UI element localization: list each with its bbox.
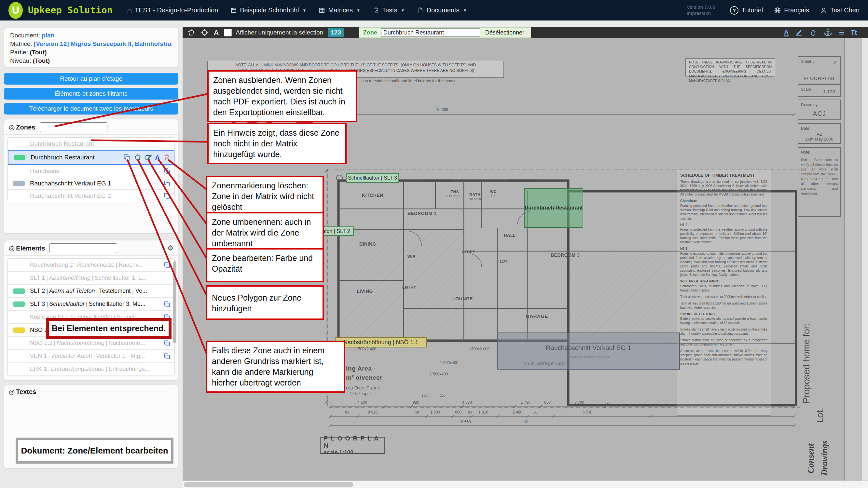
nav-item-beispiele[interactable]: Beispiele Schönbühl▼ [230,6,306,14]
polygon-select-icon[interactable] [187,29,195,37]
transfer-marking-icon[interactable] [163,167,170,175]
user-menu[interactable]: Test Chen [820,6,860,14]
nav-item-matrices[interactable]: Matrices▼ [319,6,360,14]
zone-row[interactable]: Rauchabschnitt Verkauf EG 2 [8,190,175,202]
window-icon [230,7,237,14]
lot-text: Lot. [815,408,825,423]
language-selector[interactable]: Français [774,6,809,14]
crosshair-icon[interactable] [200,29,209,37]
zone-color-swatch[interactable] [13,181,25,186]
schedule-of-timber-treatment: SCHEDULE OF TIMBER TREATMENT These drawi… [677,170,771,416]
element-row[interactable]: SLT 2|Alarm auf Telefon|Testelement | Ve… [8,285,175,298]
element-row[interactable]: NSÖ 1.2|Nachströmöffnung|Nachströmö... [8,337,175,350]
dim-label: 8 920 [368,410,377,415]
plan-toolbar: A Afficher uniquement la sélection 123 Z… [183,27,868,38]
proposed-home-text: Proposed home for: [801,323,812,403]
room-label: BEDROOM 3 [551,253,580,258]
dim-label: 3 700 [575,400,584,405]
element-row[interactable]: ERK 1|Entrauchungsklappe|Entrauchungs... [8,363,175,376]
callout-delete-marking: Zonenmarkierung löschen: Zone in der Mat… [206,176,324,217]
zones-search-input[interactable] [40,122,107,132]
show-selection-checkbox[interactable] [224,29,232,36]
room-label: STORE [462,250,475,254]
elements-visibility-icon[interactable]: ◎ [9,244,14,252]
plan-marker-nso[interactable]: Nachströmöffnung | NSÖ 1.1 [335,337,427,348]
zone-row-hint[interactable]: Durchbruch Restaurant [8,138,175,150]
plan-marker-slt3[interactable]: Schnelllauftor | SLT 3 [346,173,399,183]
consent-text: Consent [806,444,816,474]
transfer-marking-icon[interactable] [163,262,170,269]
zones-visibility-icon[interactable]: ◎ [9,123,14,131]
text-tool-icon[interactable]: A [214,29,219,36]
nav-item-home[interactable]: ⌂ TEST - Design-to-Production [127,6,218,15]
nav-item-tests[interactable]: Tests▼ [373,6,405,14]
textes-visibility-icon[interactable]: ◎ [9,388,14,396]
dim-label: 90 [345,411,348,414]
download-document-button[interactable]: Télécharger le document avec les marqueu… [4,103,178,115]
filter-elements-zones-button[interactable]: Éléments et zones filtrants [4,88,178,100]
elements-scrollbar[interactable] [173,261,177,343]
element-color-swatch[interactable] [13,301,25,307]
zone-color-swatch[interactable] [14,155,25,160]
room-label: LDY [500,259,508,263]
transfer-marking-icon[interactable] [163,340,170,347]
dim-label: 4 100 [358,400,367,405]
nav-item-documents[interactable]: Documents▼ [417,6,467,14]
gear-icon[interactable]: ⚙ [167,244,174,253]
element-row[interactable]: Rauchvorhang 2|Rauchschürze|Rauchv... [8,259,175,272]
zone-row[interactable]: Rauchabschnitt Verkauf EG 1 [8,177,175,190]
titleblock-date: Date: A2 26th May 2008 [798,123,841,144]
user-icon [820,7,827,14]
text-color-icon[interactable]: A [784,29,788,36]
transfer-marking-icon[interactable] [163,180,170,187]
dim-label: 150 [422,394,427,397]
elements-search-input[interactable] [50,243,117,253]
callout-transfer-marking: Falls diese Zone auch in einem anderen G… [206,340,345,393]
callout-add-polygon: Neues Polygon zur Zone hinzufügen [206,285,324,320]
dim-label: 2 480 [513,410,522,415]
chevron-down-icon: ▼ [401,8,405,13]
element-row[interactable]: SLT 3|Schnelllauftor|Schnelllauftor 3, M… [8,298,175,311]
zone-row[interactable]: Handtaster [8,165,175,177]
callout-matrix-hint: Ein Hinweis zeigt, dass diese Zone noch … [207,123,347,164]
deselect-button[interactable]: Désélectionner [480,29,529,36]
document-link[interactable]: plan [42,32,54,39]
pencil-icon[interactable] [795,29,803,36]
element-row[interactable]: VEN 1|Ventilator Abluft|Ventilator 1 - M… [8,350,175,363]
elements-panel: ◎ Eléments ⚙ Rauchvorhang 2|Rauchschürze… [4,240,178,381]
text-size-icon[interactable]: Tt [851,29,857,36]
rename-zone-icon[interactable]: A [155,154,160,161]
room-label: BEDROOM 1 [407,211,436,216]
elements-annotation-box: Bei Elementen entsprechend. [46,318,172,339]
element-row[interactable]: SLT 1|Abströmöffnung|Schnelllauftor 1, L… [8,272,175,285]
room-label: LIVING [357,289,373,294]
horizontal-scrollbar-thumb[interactable] [184,482,353,487]
matrix-link[interactable]: [Version 12] Migros Surseepark II, Bahnh… [34,40,172,47]
add-polygon-icon[interactable] [134,154,142,161]
dim-label: 410 [605,403,610,406]
transfer-marking-icon[interactable] [123,154,131,161]
transfer-marking-icon[interactable] [163,301,170,308]
globe-icon [774,7,781,14]
top-navbar: U Upkeep Solution ⌂ TEST - Design-to-Pro… [0,0,868,21]
element-color-swatch[interactable] [13,327,25,333]
zone-name-input[interactable] [381,28,480,37]
edit-zone-icon[interactable] [145,154,152,161]
anchor-icon[interactable]: ⚓ [824,28,832,37]
plan-zone-durchbruch-restaurant[interactable]: Durchbruch Restaurant [524,188,583,228]
callout-rename-zone: Zone umbenennen: auch in der Matrix wird… [206,212,324,254]
delete-zone-icon[interactable] [163,154,170,161]
element-color-swatch[interactable] [13,288,25,294]
count-badge: 123 [328,28,344,37]
dim-label: 1 500x2 400 [355,347,376,351]
tutorial-link[interactable]: ? Tutoriel [730,6,763,14]
droplet-icon[interactable] [809,29,817,36]
back-to-floorplan-button[interactable]: Retour au plan d'étage [4,73,178,85]
transfer-marking-icon[interactable] [163,353,170,360]
app-logo[interactable]: U [8,2,23,19]
plan-zone-rauchabschnitt[interactable]: Rauchabschnitt Verkauf EG 1 Garage door … [497,332,680,369]
zone-row-selected[interactable]: Durchbruch Restaurant A [8,150,175,165]
transfer-marking-icon[interactable] [163,192,170,199]
lines-icon[interactable]: ≡ [839,27,844,38]
horizontal-scrollbar[interactable] [183,481,868,488]
